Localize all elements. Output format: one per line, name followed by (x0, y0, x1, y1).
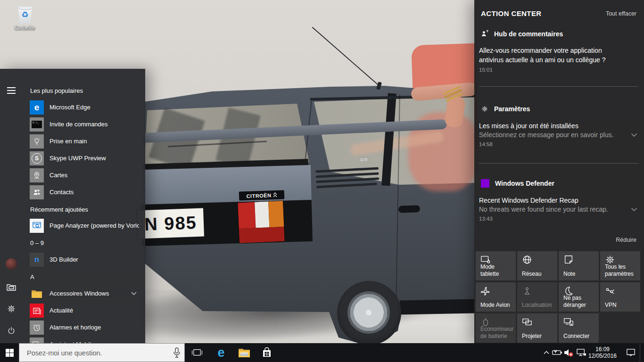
notification-app-name[interactable]: Windows Defender (495, 180, 554, 187)
start-button[interactable] (0, 343, 19, 362)
recycle-bin[interactable]: ♻ Corbeille (8, 6, 41, 31)
divider (479, 86, 638, 87)
speaker-muted-icon (563, 348, 574, 357)
notification-title[interactable]: Allez-vous recommander votre application… (479, 46, 620, 65)
notification-time: 14:58 (479, 141, 493, 147)
quick-action-network[interactable]: Réseau (517, 251, 557, 280)
clear-all-button[interactable]: Tout effacer (606, 10, 636, 17)
phone-pc-icon (30, 337, 44, 343)
edge-icon: e (217, 346, 224, 360)
citroen-badge-text: CITROËN (246, 192, 271, 199)
notification-app-name[interactable]: Hub de commentaires (494, 30, 563, 38)
project-screens-icon (522, 317, 532, 327)
start-menu-item-people[interactable]: Contacts (25, 184, 143, 201)
section-letter-a[interactable]: A (30, 273, 34, 281)
taskbar: e 16:09 12/05/2016 (0, 343, 644, 362)
start-menu-item-edge[interactable]: e Microsoft Edge (25, 99, 143, 116)
taskbar-file-explorer-button[interactable] (236, 343, 252, 362)
news-icon (30, 304, 44, 318)
action-center-panel: ACTION CENTER Tout effacer Hub de commen… (474, 0, 644, 343)
start-menu-item-cmd[interactable]: C:\_ Invite de commandes (25, 116, 143, 133)
microphone-icon[interactable] (173, 347, 181, 359)
network-tray-button[interactable] (575, 343, 588, 362)
user-avatar[interactable] (6, 258, 17, 270)
chevron-down-icon[interactable] (131, 292, 137, 296)
power-button[interactable] (6, 325, 17, 337)
start-menu-item-news[interactable]: Actualité (25, 302, 143, 319)
tail-light-red (238, 202, 256, 229)
recycle-bin-icon: ♻ (17, 6, 33, 24)
license-plate: N 985 (136, 207, 205, 240)
clock-date: 12/05/2016 (588, 353, 617, 359)
quick-action-battery-saver[interactable]: Économiseur de batterie (476, 313, 516, 343)
hamburger-menu-button[interactable] (6, 85, 17, 96)
cortana-search-box[interactable] (19, 343, 185, 362)
start-menu-item-accessories[interactable]: Accessoires Windows (25, 285, 143, 302)
map-pin-icon (30, 168, 44, 182)
volume-tray-button[interactable] (562, 343, 575, 362)
file-explorer-button[interactable] (6, 281, 17, 293)
collapse-button[interactable]: Réduire (616, 237, 636, 243)
notification-time: 13:43 (479, 216, 493, 222)
desktop-screen: N 985 CITROËN GTI (0, 0, 644, 362)
command-prompt-icon: C:\_ (30, 117, 44, 132)
clock-icon (30, 321, 44, 335)
vpn-icon (605, 286, 615, 296)
taskbar-edge-button[interactable]: e (213, 343, 229, 362)
notification-app-name[interactable]: Paramètres (494, 105, 530, 113)
settings-gear-icon (481, 105, 488, 113)
chevron-down-icon[interactable] (631, 207, 637, 212)
location-icon (522, 286, 532, 296)
start-menu-item-page-analyzer[interactable]: Page Analyzer (powered by Vorlo... (25, 217, 143, 234)
tail-light-amber (268, 201, 284, 227)
start-menu-item-get-started[interactable]: Prise en main (25, 133, 143, 150)
taskbar-store-button[interactable] (259, 343, 275, 362)
hidden-icons-button[interactable] (541, 343, 552, 362)
start-menu-item-alarms[interactable]: Alarmes et horloge (25, 319, 143, 336)
car-louvers (315, 166, 380, 189)
lightbulb-icon (30, 134, 44, 148)
start-menu-item-phone-companion[interactable]: Assistant Mobile (25, 336, 143, 343)
chevron-up-icon (544, 351, 549, 354)
quick-action-airplane-mode[interactable]: Mode Avion (476, 282, 516, 312)
section-most-used: Les plus populaires (30, 87, 83, 95)
show-desktop-button[interactable] (640, 343, 644, 362)
quick-action-quiet-hours[interactable]: Ne pas déranger (559, 282, 599, 312)
clock[interactable]: 16:09 12/05/2016 (588, 343, 617, 362)
notification-bubble-icon (626, 348, 636, 357)
section-letter-0-9[interactable]: 0 – 9 (30, 239, 44, 247)
quick-action-all-settings[interactable]: Tous les paramètres (600, 251, 640, 280)
battery-tray-button[interactable] (552, 343, 563, 362)
quick-action-location[interactable]: Localisation (517, 282, 557, 312)
settings-button[interactable] (6, 303, 17, 314)
task-view-button[interactable] (190, 343, 205, 362)
recycle-bin-rim (18, 6, 33, 10)
quick-action-note[interactable]: Note (559, 251, 599, 280)
notification-subtitle[interactable]: No threats were found since your last re… (479, 206, 608, 213)
cortana-search-input[interactable] (26, 344, 169, 362)
notification-subtitle[interactable]: Sélectionnez ce message pour en savoir p… (479, 131, 614, 139)
notification-title[interactable]: Les mises à jour ont été installées (479, 121, 578, 131)
clock-time: 16:09 (595, 346, 610, 353)
citroen-badge: CITROËN (239, 190, 285, 200)
yellow-folder-icon (30, 287, 44, 301)
airplane-icon (480, 286, 491, 296)
start-menu-item-3d-builder[interactable]: n 3D Builder (25, 251, 143, 268)
divider (479, 163, 638, 164)
quick-action-tablet-mode[interactable]: Mode tablette (476, 251, 516, 280)
globe-icon (522, 255, 532, 265)
connect-devices-icon (563, 317, 574, 327)
chevron-down-icon[interactable] (631, 133, 637, 137)
ethernet-network-icon (576, 348, 586, 357)
start-menu-item-skype[interactable]: S Skype UWP Preview (25, 150, 143, 167)
quick-action-vpn[interactable]: VPN (600, 282, 640, 312)
car-alloy-wheel (347, 291, 390, 334)
car-rocker-shadow (400, 299, 474, 315)
people-icon (30, 185, 44, 199)
quick-action-project[interactable]: Projeter (517, 313, 557, 343)
action-center-button[interactable] (623, 343, 638, 362)
start-menu-item-maps[interactable]: Cartes (25, 167, 143, 184)
quick-action-connect[interactable]: Connecter (559, 313, 599, 343)
3d-builder-icon: n (30, 253, 44, 267)
notification-title[interactable]: Recent Windows Defender Recap (479, 196, 578, 205)
